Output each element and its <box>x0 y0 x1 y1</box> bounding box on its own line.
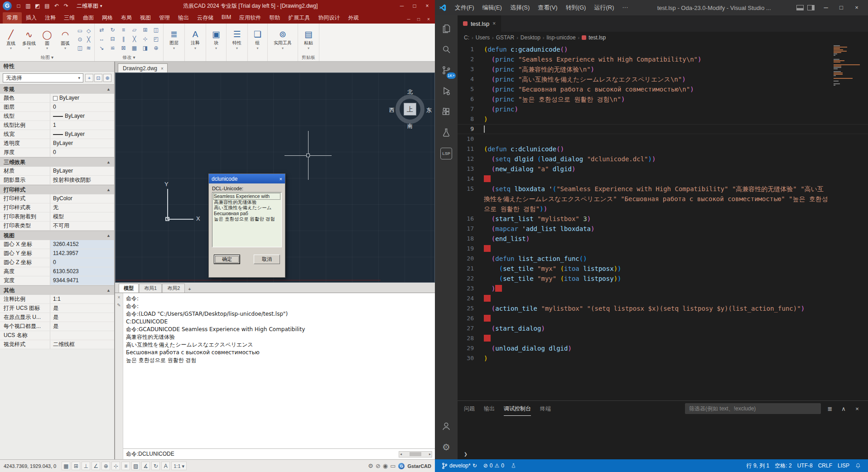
ribbon-tab-常用[interactable]: 常用 <box>3 12 22 24</box>
modify-tool-icon[interactable]: ◫ <box>151 26 161 35</box>
redo-icon[interactable]: ↷ <box>62 2 70 10</box>
ribbon-tab-布局[interactable]: 布局 <box>117 12 136 24</box>
osnap-icon[interactable]: ⊕ <box>101 462 110 470</box>
transparency-icon[interactable]: ▨ <box>131 462 140 470</box>
property-value[interactable]: 3260.4152 <box>50 240 114 249</box>
customize-layout-icon[interactable] <box>807 5 815 10</box>
breadcrumb-item[interactable]: Users <box>476 34 490 41</box>
save-icon[interactable]: ◩ <box>34 2 42 10</box>
polyline-tool[interactable]: ∿多段线▾ <box>20 25 38 54</box>
toggle-panel-icon[interactable] <box>796 5 804 10</box>
ribbon-tab-曲面[interactable]: 曲面 <box>79 12 98 24</box>
property-value[interactable]: 二维线框 <box>50 340 114 349</box>
draw-tool-icon[interactable]: ◇ <box>85 27 92 35</box>
modify-tool-icon[interactable]: ↻ <box>107 26 118 35</box>
property-value[interactable]: 是 <box>50 304 114 313</box>
command-input[interactable]: 命令:DCLUNICODE ◂ ▸ <box>123 448 435 459</box>
listbox-item[interactable]: 高い互換性を備えたシーム <box>214 205 280 211</box>
menu-文件(F)[interactable]: 文件(F) <box>451 2 478 14</box>
pick-add-icon[interactable]: + <box>85 74 93 82</box>
compass-east[interactable]: 东 <box>426 106 432 114</box>
account-icon[interactable] <box>435 416 457 437</box>
circle-tool[interactable]: ◯圆▾ <box>38 25 56 54</box>
menu-运行(R)[interactable]: 运行(R) <box>590 2 617 14</box>
console-prompt[interactable]: ❯ <box>464 451 468 458</box>
branch-indicator[interactable]: develop* ↻ <box>439 462 479 469</box>
undo-icon[interactable]: ↶ <box>53 2 61 10</box>
maximize-button[interactable]: □ <box>409 1 420 10</box>
modify-group-label[interactable]: 修改 ▾ <box>96 54 161 61</box>
close-button[interactable]: × <box>421 1 433 10</box>
menu-查看(V)[interactable]: 查看(V) <box>534 2 561 14</box>
mdi-close-icon[interactable]: × <box>425 17 432 22</box>
settings-gear-icon[interactable]: ⚙ <box>435 437 457 458</box>
property-value[interactable]: ByLayer <box>50 139 114 148</box>
panel-tab-调试控制台[interactable]: 调试控制台 <box>504 401 531 416</box>
code-line[interactable]: 6 (princ "높은 호환성으로 원활한 경험\n") <box>458 94 868 104</box>
maximize-button[interactable]: □ <box>834 1 849 14</box>
quick-select-icon[interactable]: ⊕ <box>103 74 111 82</box>
testing-beaker-icon[interactable] <box>435 122 457 143</box>
scroll-left-icon[interactable]: ◂ <box>400 452 402 456</box>
language-mode[interactable]: LISP <box>835 462 852 469</box>
menu-转到(G)[interactable]: 转到(G) <box>562 2 590 14</box>
menu-···[interactable]: ··· <box>618 2 632 14</box>
search-icon[interactable] <box>435 39 457 60</box>
code-line[interactable]: 12 (setq dlgid (load_dialog "dclunicode.… <box>458 154 868 164</box>
ribbon-tab-BIM[interactable]: BIM <box>217 12 235 24</box>
code-line[interactable]: 4 (princ "高い互換性を備えたシームレスなエクスペリエンス\n") <box>458 74 868 84</box>
modify-tool-icon[interactable]: ╳ <box>129 35 140 44</box>
block-panel[interactable]: ▣块▾ <box>208 25 224 54</box>
unicode-listbox[interactable]: Seamless Experience with高兼容性的无缝体验高い互換性を備… <box>212 192 282 247</box>
ribbon-tab-协同设计[interactable]: 协同设计 <box>314 12 344 24</box>
notifications-bell-icon[interactable] <box>853 462 863 469</box>
breadcrumb-item[interactable]: GSTAR <box>496 34 514 41</box>
property-value[interactable]: 1:1 <box>50 295 114 303</box>
cursor-position[interactable]: 行 9, 列 1 <box>744 462 772 470</box>
lock-icon[interactable]: ⊘ <box>376 462 381 469</box>
minimize-button[interactable]: ─ <box>818 1 834 14</box>
modify-tool-icon[interactable]: ▱ <box>129 26 140 35</box>
code-line[interactable]: 14 <box>458 174 868 184</box>
modify-tool-icon[interactable]: ⊕ <box>151 44 161 53</box>
dialog-close-icon[interactable]: × <box>280 176 282 182</box>
section-header-其他[interactable]: 其他▲ <box>0 285 114 295</box>
source-control-icon[interactable]: 1K+ <box>435 60 457 81</box>
code-line[interactable]: 3 (princ "高兼容性的无缝体验\n") <box>458 64 868 74</box>
mdi-minimize-icon[interactable]: ─ <box>405 17 412 22</box>
modify-tool-icon[interactable]: ∥ <box>118 35 129 44</box>
line-tool[interactable]: ╱直线▾ <box>2 25 20 54</box>
ribbon-tab-管理[interactable]: 管理 <box>155 12 174 24</box>
isolate-icon[interactable]: ◉ <box>383 462 388 469</box>
settings-icon[interactable]: ⚙ <box>368 462 373 469</box>
property-value[interactable]: 1142.3957 <box>50 249 114 258</box>
code-line[interactable]: 17 (mapcar 'add_list lboxdata) <box>458 224 868 234</box>
modify-tool-icon[interactable]: ⊹ <box>140 35 150 44</box>
close-button[interactable]: × <box>849 1 864 14</box>
run-debug-icon[interactable] <box>435 81 457 101</box>
listbox-item[interactable]: 높은 호환성으로 원활한 경험 <box>214 216 280 222</box>
mdi-restore-icon[interactable]: □ <box>415 17 422 22</box>
property-value[interactable]: 1 <box>50 121 114 130</box>
ribbon-tab-网格[interactable]: 网格 <box>98 12 117 24</box>
section-header-视图[interactable]: 视图▲ <box>0 231 114 240</box>
encoding-indicator[interactable]: UTF-8 <box>795 462 815 469</box>
code-line[interactable]: 9 <box>458 124 868 134</box>
ortho-icon[interactable]: ⊥ <box>82 462 90 470</box>
select-objects-icon[interactable]: ⊡ <box>94 74 102 82</box>
new-file-icon[interactable]: □ <box>14 2 23 10</box>
document-tab[interactable]: Drawing2.dwg × <box>118 63 168 72</box>
modify-tool-icon[interactable]: ↘ <box>96 44 107 53</box>
draw-tool-icon[interactable]: ≋ <box>85 44 92 52</box>
property-value[interactable]: 9344.9471 <box>50 276 114 285</box>
ribbon-tab-帮助[interactable]: 帮助 <box>265 12 284 24</box>
ribbon-tab-视图[interactable]: 视图 <box>136 12 155 24</box>
code-line[interactable]: 23 ) <box>458 284 868 294</box>
panel-tab-输出[interactable]: 输出 <box>484 401 495 416</box>
compass-top-view[interactable]: 上 <box>404 103 416 116</box>
ribbon-tab-注释[interactable]: 注释 <box>41 12 60 24</box>
run-indicator[interactable] <box>508 462 519 469</box>
lisp-extension-icon[interactable]: LSP <box>435 143 457 164</box>
grid-icon[interactable]: ▦ <box>62 462 70 470</box>
layout-tab-模型[interactable]: 模型 <box>119 284 139 293</box>
